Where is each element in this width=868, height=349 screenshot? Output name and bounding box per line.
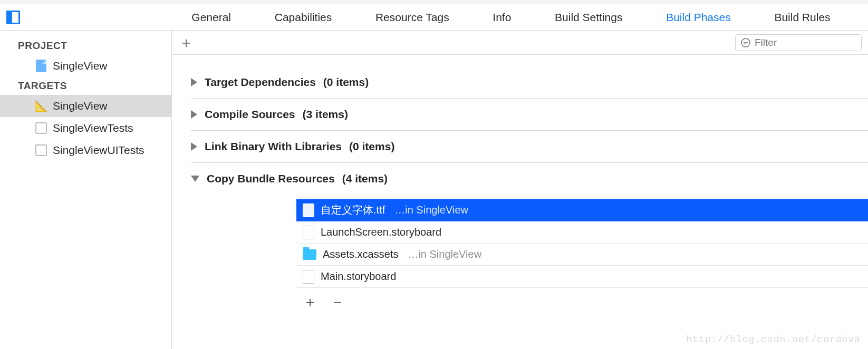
phase-target-dependencies: Target Dependencies (0 items) bbox=[191, 66, 868, 99]
filter-input[interactable] bbox=[755, 37, 850, 49]
xcassets-folder-icon bbox=[303, 249, 316, 260]
disclosure-triangle-icon[interactable] bbox=[191, 78, 197, 86]
phase-header[interactable]: Target Dependencies (0 items) bbox=[191, 76, 868, 89]
disclosure-triangle-icon[interactable] bbox=[191, 176, 199, 182]
sidebar-target-row[interactable]: SingleViewUITests bbox=[0, 139, 171, 161]
resource-row[interactable]: 自定义字体.ttf …in SingleView bbox=[296, 199, 868, 221]
filter-icon bbox=[741, 38, 750, 47]
resource-row[interactable]: Main.storyboard bbox=[296, 266, 868, 288]
tab-resource-tags[interactable]: Resource Tags bbox=[375, 11, 449, 24]
resource-row[interactable]: Assets.xcassets …in SingleView bbox=[296, 244, 868, 266]
sidebar-target-row[interactable]: SingleViewTests bbox=[0, 117, 171, 139]
disclosure-triangle-icon[interactable] bbox=[191, 110, 197, 119]
tests-target-icon bbox=[35, 122, 47, 134]
phase-count: (0 items) bbox=[323, 76, 369, 89]
sidebar-target-label: SingleView bbox=[53, 100, 108, 112]
filter-field[interactable] bbox=[735, 34, 862, 51]
phase-title: Copy Bundle Resources bbox=[207, 172, 335, 185]
sidebar-heading-project: PROJECT bbox=[0, 37, 171, 55]
resource-path: …in SingleView bbox=[408, 248, 481, 260]
project-document-icon[interactable] bbox=[6, 11, 20, 24]
phase-title: Link Binary With Libraries bbox=[205, 140, 342, 153]
app-target-icon: 📐 bbox=[35, 100, 47, 112]
add-phase-button[interactable]: ＋ bbox=[178, 33, 194, 53]
storyboard-file-icon bbox=[303, 270, 314, 284]
editor-tabstrip: General Capabilities Resource Tags Info … bbox=[0, 4, 868, 31]
project-file-icon bbox=[35, 60, 47, 72]
sidebar-target-label: SingleViewUITests bbox=[53, 144, 144, 157]
tab-build-phases[interactable]: Build Phases bbox=[666, 11, 731, 24]
tab-info[interactable]: Info bbox=[493, 11, 511, 24]
phase-link-binary: Link Binary With Libraries (0 items) bbox=[191, 131, 868, 163]
phase-header[interactable]: Compile Sources (3 items) bbox=[191, 108, 868, 121]
phase-header[interactable]: Link Binary With Libraries (0 items) bbox=[191, 140, 868, 153]
tab-capabilities[interactable]: Capabilities bbox=[275, 11, 332, 24]
disclosure-triangle-icon[interactable] bbox=[191, 142, 197, 151]
phase-count: (0 items) bbox=[349, 140, 394, 153]
project-navigator: PROJECT SingleView TARGETS 📐 SingleView … bbox=[0, 31, 172, 349]
tab-build-rules[interactable]: Build Rules bbox=[774, 11, 830, 24]
phase-title: Compile Sources bbox=[205, 108, 295, 121]
storyboard-file-icon bbox=[303, 226, 314, 239]
resource-name: Assets.xcassets bbox=[323, 248, 398, 260]
sidebar-target-row[interactable]: 📐 SingleView bbox=[0, 95, 171, 117]
phases-toolbar: ＋ bbox=[172, 31, 868, 55]
tests-target-icon bbox=[35, 144, 47, 157]
resource-name: Main.storyboard bbox=[321, 270, 396, 283]
phase-header[interactable]: Copy Bundle Resources (4 items) bbox=[191, 172, 868, 185]
resource-row[interactable]: LaunchScreen.storyboard bbox=[296, 221, 868, 244]
phase-count: (3 items) bbox=[303, 108, 348, 121]
watermark-text: http://blog.csdn.net/cordova bbox=[687, 334, 861, 345]
ttf-file-icon bbox=[303, 203, 314, 217]
tab-general[interactable]: General bbox=[191, 11, 231, 24]
resource-name: 自定义字体.ttf bbox=[321, 203, 385, 217]
sidebar-project-row[interactable]: SingleView bbox=[0, 55, 171, 77]
sidebar-project-name: SingleView bbox=[53, 60, 108, 72]
resource-name: LaunchScreen.storyboard bbox=[321, 226, 441, 238]
tab-build-settings[interactable]: Build Settings bbox=[555, 11, 622, 24]
resource-path: …in SingleView bbox=[394, 204, 468, 216]
remove-resource-button[interactable]: － bbox=[330, 292, 345, 312]
phase-title: Target Dependencies bbox=[205, 76, 316, 89]
sidebar-target-label: SingleViewTests bbox=[53, 122, 133, 134]
resource-list: 自定义字体.ttf …in SingleView LaunchScreen.st… bbox=[296, 199, 868, 312]
phase-copy-bundle-resources: Copy Bundle Resources (4 items) 自定义字体.tt… bbox=[191, 163, 868, 322]
sidebar-heading-targets: TARGETS bbox=[0, 77, 171, 95]
phase-compile-sources: Compile Sources (3 items) bbox=[191, 99, 868, 131]
add-resource-button[interactable]: ＋ bbox=[303, 292, 317, 312]
phase-count: (4 items) bbox=[342, 172, 388, 185]
